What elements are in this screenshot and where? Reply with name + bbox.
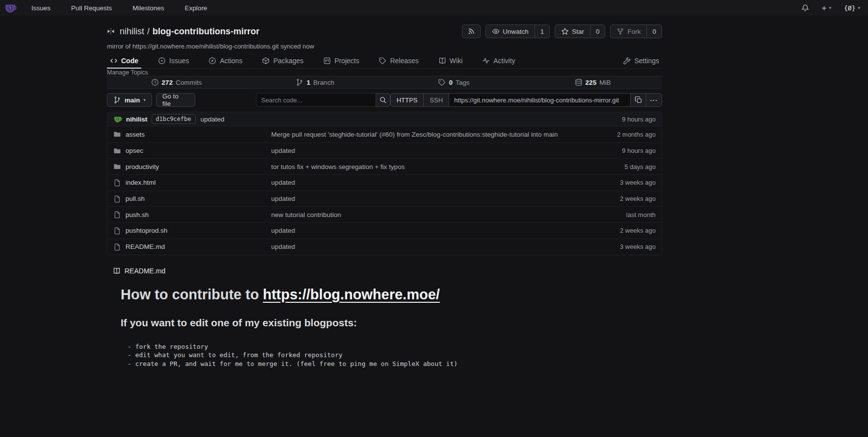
repo-tabs: Code Issues Actions Packages Projects Re… (107, 53, 662, 69)
commit-message-link[interactable]: tor tutos fix + windows segregation + fi… (271, 163, 405, 170)
project-board-icon (323, 57, 331, 65)
file-icon (113, 243, 121, 251)
repo-name-link[interactable]: blog-contributions-mirror (153, 26, 259, 37)
readme-filename: README.md (125, 267, 165, 275)
file-link[interactable]: pushtoprod.sh (126, 227, 168, 234)
table-row: pushtoprod.sh updated 2 weeks ago (107, 222, 662, 239)
file-icon (113, 227, 121, 235)
commit-message-link[interactable]: updated (201, 116, 225, 123)
pulse-icon (482, 57, 490, 65)
fork-button[interactable]: Fork (611, 25, 646, 38)
code-line: - fork the repository (128, 342, 648, 351)
latest-commit-bar: nihilist d1bc9cefbe updated 9 hours ago (107, 112, 662, 126)
manage-topics-link[interactable]: Manage Topics (107, 69, 148, 76)
file-link[interactable]: assets (126, 131, 145, 138)
create-new-button[interactable]: + ▾ (822, 4, 831, 12)
ssh-button[interactable]: SSH (423, 94, 449, 106)
gitea-logo[interactable] (4, 1, 17, 14)
nav-pull-requests[interactable]: Pull Requests (71, 4, 112, 12)
table-row: index.html updated 3 weeks ago (107, 174, 662, 191)
tab-projects[interactable]: Projects (320, 53, 362, 68)
table-row: assets Merge pull request 'steghide-tuto… (107, 126, 662, 143)
tab-releases[interactable]: Releases (376, 53, 421, 68)
copy-url-button[interactable] (630, 94, 646, 106)
unwatch-button[interactable]: Unwatch (486, 25, 535, 38)
tab-activity[interactable]: Activity (479, 53, 518, 68)
commit-message-link[interactable]: Merge pull request 'steghide-tutorial' (… (271, 131, 558, 138)
stat-tags[interactable]: 0Tags (384, 76, 523, 88)
file-link[interactable]: README.md (126, 243, 165, 250)
nav-explore[interactable]: Explore (185, 4, 207, 12)
search-button[interactable] (376, 93, 390, 107)
file-updated-time: 9 hours ago (577, 147, 656, 154)
file-updated-time: 2 weeks ago (577, 227, 656, 234)
notifications-button[interactable] (801, 4, 809, 12)
commit-message-link[interactable]: updated (271, 243, 295, 250)
blog-link[interactable]: https://blog.nowhere.moe/ (263, 287, 440, 302)
clone-panel: HTTPS SSH ··· (390, 93, 662, 107)
file-link[interactable]: push.sh (126, 211, 149, 218)
database-icon (575, 78, 583, 86)
commit-message-link[interactable]: updated (271, 147, 295, 154)
commit-message-link[interactable]: updated (271, 195, 295, 202)
rss-button[interactable] (462, 24, 481, 38)
folder-icon (113, 163, 121, 170)
avatar[interactable] (113, 115, 122, 123)
fork-icon (616, 27, 624, 35)
tab-settings[interactable]: Settings (620, 53, 662, 68)
commit-message-link[interactable]: updated (271, 227, 295, 234)
file-updated-time: 2 weeks ago (577, 195, 656, 202)
readme-subheading: If you want to edit one of my existing b… (121, 317, 648, 329)
clone-url-input[interactable] (449, 94, 630, 106)
file-icon (113, 179, 121, 187)
tab-wiki[interactable]: Wiki (435, 53, 465, 68)
file-link[interactable]: opsec (126, 147, 143, 154)
file-updated-time: 3 weeks ago (577, 243, 656, 250)
readme-content: How to contribute to https://blog.nowher… (107, 276, 662, 368)
table-row: pull.sh updated 2 weeks ago (107, 191, 662, 207)
table-row: opsec updated 9 hours ago (107, 143, 662, 159)
forks-count[interactable]: 0 (646, 25, 662, 38)
watchers-count[interactable]: 1 (535, 25, 550, 38)
search-code-input[interactable] (256, 93, 376, 107)
commit-message-link[interactable]: new tutorial contribution (271, 211, 341, 218)
stat-size: 225MiB (523, 76, 662, 88)
avatar: {Ø} (844, 4, 855, 12)
package-icon (262, 57, 270, 65)
file-link[interactable]: productivity (126, 163, 159, 170)
tab-packages[interactable]: Packages (259, 53, 306, 68)
nav-issues[interactable]: Issues (31, 4, 51, 12)
commit-time: 9 hours ago (622, 116, 656, 123)
file-icon (113, 211, 121, 218)
mirror-icon (107, 27, 115, 35)
more-options-button[interactable]: ··· (646, 94, 662, 106)
https-button[interactable]: HTTPS (391, 94, 424, 106)
commit-sha-badge[interactable]: d1bc9cefbe (152, 114, 196, 124)
tab-actions[interactable]: Actions (205, 53, 245, 68)
stat-commits[interactable]: 272Commits (107, 76, 246, 88)
user-menu[interactable]: {Ø} ▾ (844, 4, 860, 12)
teacup-logo-icon (4, 1, 17, 14)
file-updated-time: 3 weeks ago (577, 179, 656, 186)
nav-milestones[interactable]: Milestones (132, 4, 164, 12)
commit-message-link[interactable]: updated (271, 179, 295, 186)
book-icon (113, 267, 121, 275)
repo-owner-link[interactable]: nihilist (120, 26, 144, 37)
clock-icon (151, 78, 159, 86)
stat-branches[interactable]: 1Branch (246, 76, 384, 88)
file-link[interactable]: index.html (126, 179, 156, 186)
star-button[interactable]: Star (555, 25, 590, 38)
eye-icon (492, 27, 500, 35)
file-updated-time: last month (577, 211, 656, 218)
book-icon (438, 57, 446, 65)
fork-button-group: Fork 0 (610, 24, 662, 38)
stars-count[interactable]: 0 (590, 25, 605, 38)
plus-icon: + (822, 4, 827, 12)
go-to-file-button[interactable]: Go to file (156, 93, 195, 107)
commit-author-link[interactable]: nihilist (126, 116, 148, 123)
branch-selector[interactable]: main ▾ (107, 93, 152, 107)
top-navbar: Issues Pull Requests Milestones Explore … (0, 0, 868, 16)
tab-issues[interactable]: Issues (155, 53, 192, 68)
tab-code[interactable]: Code (107, 53, 141, 68)
file-link[interactable]: pull.sh (126, 195, 145, 202)
